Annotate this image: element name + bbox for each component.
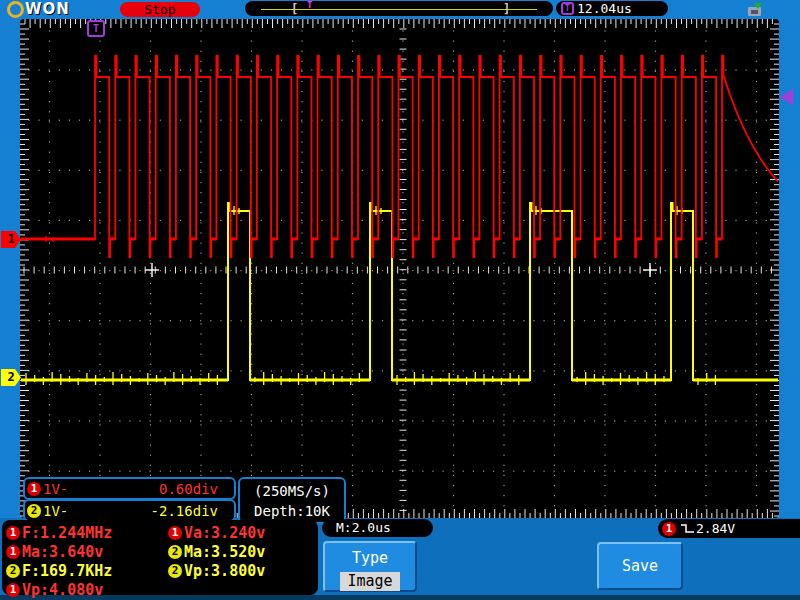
save-button[interactable]: Save xyxy=(597,542,683,590)
ch2-scale-readout: 2 1V- -2.16div xyxy=(23,499,236,522)
measurement-value: Vp:4.080v xyxy=(22,581,103,599)
type-menu-button[interactable]: Type Image xyxy=(323,541,417,592)
acquisition-readout: (250MS/s) Depth:10K xyxy=(238,477,346,524)
ch2-badge: 2 xyxy=(27,504,41,518)
usb-storage-icon xyxy=(747,3,765,17)
measurement-value: F:1.244MHz xyxy=(22,524,112,542)
measurement-row: 2Vp:3.800v xyxy=(168,561,265,580)
measurement-value: Ma:3.520v xyxy=(184,543,265,561)
waveform-display xyxy=(20,19,779,518)
measurement-value: Vp:3.800v xyxy=(184,562,265,580)
trigger-level-readout: 1 2.84V xyxy=(658,519,800,538)
measurement-row: 1F:1.244MHz xyxy=(6,523,112,542)
trigger-time-value: 12.04us xyxy=(577,1,632,16)
logo-text: WON xyxy=(25,1,70,18)
ch1-position-tag: 1 xyxy=(1,231,21,248)
ch2-position-tag: 2 xyxy=(1,369,21,386)
graticule-and-waveforms xyxy=(20,19,779,518)
ch1-badge: 1 xyxy=(168,526,182,540)
trigger-position-mark: T xyxy=(307,1,312,10)
ch1-position-value: 0.60div xyxy=(159,481,234,497)
ch1-badge: 1 xyxy=(27,482,41,496)
measurement-value: Ma:3.640v xyxy=(22,543,103,561)
ch2-position-value: -2.16div xyxy=(151,503,234,519)
measurement-row: 1Ma:3.640v xyxy=(6,542,112,561)
measurement-row: 2Ma:3.520v xyxy=(168,542,265,561)
top-bar: WON Stop [ ] T T 12.04us xyxy=(0,0,800,19)
bottom-edge xyxy=(0,595,800,600)
horizontal-trigger-marker: T xyxy=(87,20,105,37)
measurement-row: 1Vp:4.080v xyxy=(6,580,112,599)
ch1-badge: 1 xyxy=(6,583,20,597)
ch2-coupling: 1V- xyxy=(43,503,68,519)
measurement-row: 2F:169.7KHz xyxy=(6,561,112,580)
record-position-bar: [ ] T xyxy=(245,1,553,16)
run-state-badge: Stop xyxy=(120,2,200,17)
trigger-level-value: 2.84V xyxy=(696,521,735,536)
trigger-time-readout: T 12.04us xyxy=(556,1,668,16)
ch1-badge: 1 xyxy=(6,526,20,540)
oscilloscope-screen: { "header": { "logo_text": "WON", "run_s… xyxy=(0,0,800,600)
ch2-badge: 2 xyxy=(168,564,182,578)
logo-o-ring-icon xyxy=(7,1,24,18)
falling-edge-icon xyxy=(679,522,696,535)
window-left-bracket: [ xyxy=(291,3,298,15)
timebase-readout: M:2.0us xyxy=(322,519,433,537)
measurement-value: F:169.7KHz xyxy=(22,562,112,580)
type-label: Type xyxy=(325,549,415,567)
ch1-scale-readout: 1 1V- 0.60div xyxy=(23,477,236,500)
measurement-row: 1Va:3.240v xyxy=(168,523,265,542)
ch2-badge: 2 xyxy=(6,564,20,578)
window-right-bracket: ] xyxy=(503,3,510,15)
memory-depth: Depth:10K xyxy=(240,501,344,521)
sample-rate: (250MS/s) xyxy=(240,481,344,501)
ch1-badge: 1 xyxy=(662,522,676,536)
type-value: Image xyxy=(340,572,399,591)
ch2-badge: 2 xyxy=(168,545,182,559)
trigger-level-arrow-icon xyxy=(780,89,793,105)
measurement-value: Va:3.240v xyxy=(184,524,265,542)
ch1-coupling: 1V- xyxy=(43,481,68,497)
ch1-badge: 1 xyxy=(6,545,20,559)
owon-logo: WON xyxy=(7,1,70,18)
measurements-panel: 1F:1.244MHz 1Ma:3.640v 2F:169.7KHz 1Vp:4… xyxy=(2,520,318,595)
record-position-line xyxy=(261,9,537,10)
trigger-t-icon: T xyxy=(561,2,574,15)
